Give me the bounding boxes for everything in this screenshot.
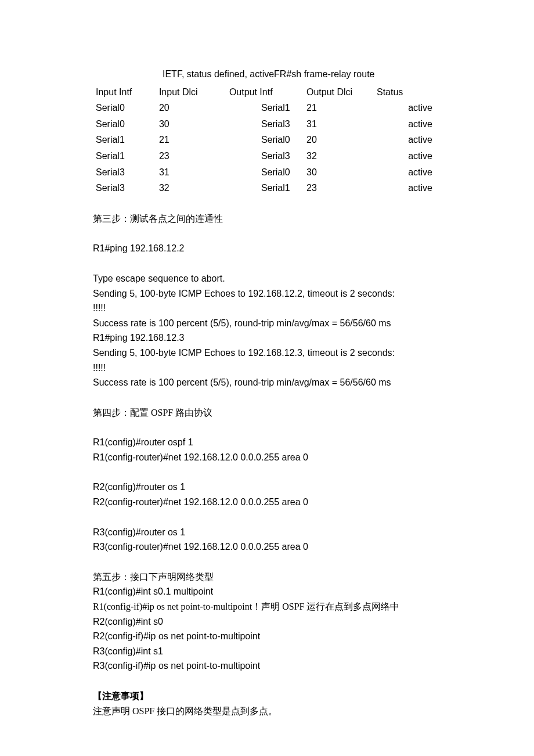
table-cell: 23	[304, 180, 374, 196]
table-row: Serial123Serial332active	[93, 148, 444, 164]
notes-title: 【注意事项】	[93, 689, 444, 704]
step5-l2: R1(config-if)#ip os net point-to-multipo…	[93, 599, 444, 614]
th-input-dlci: Input Dlci	[156, 84, 226, 100]
table-cell: 31	[156, 164, 226, 181]
table-cell: Serial1	[226, 180, 304, 196]
step3-cmd1: R1#ping 192.168.12.2	[93, 241, 444, 256]
step5-section: 第五步：接口下声明网络类型 R1(config)#int s0.1 multip…	[93, 570, 444, 674]
th-status: Status	[374, 84, 444, 100]
step4-section: 第四步：配置 OSPF 路由协议 R1(config)#router ospf …	[93, 405, 444, 555]
th-output-intf: Output Intf	[226, 84, 304, 100]
step4-title: 第四步：配置 OSPF 路由协议	[93, 405, 444, 420]
step5-l4: R2(config-if)#ip os net point-to-multipo…	[93, 629, 444, 644]
table-row: Serial121Serial020active	[93, 132, 444, 148]
table-cell: Serial0	[226, 132, 304, 148]
table-cell: Serial0	[93, 116, 156, 132]
step4-r1a: R1(config)#router ospf 1	[93, 435, 444, 450]
table-row: Serial020Serial121active	[93, 100, 444, 116]
step4-r1b: R1(config-router)#net 192.168.12.0 0.0.0…	[93, 450, 444, 465]
table-cell: 30	[156, 116, 226, 132]
table-cell: 20	[156, 100, 226, 116]
frame-relay-title: IETF, status defined, activeFR#sh frame-…	[163, 67, 444, 82]
step4-r3b: R3(config-router)#net 192.168.12.0 0.0.0…	[93, 539, 444, 555]
notes-body: 注意声明 OSPF 接口的网络类型是点到多点。	[93, 704, 444, 719]
step3-succ1: Success rate is 100 percent (5/5), round…	[93, 316, 444, 331]
step3-section: 第三步：测试各点之间的连通性 R1#ping 192.168.12.2 Type…	[93, 211, 444, 390]
table-cell: 20	[304, 132, 374, 148]
table-cell: active	[374, 148, 444, 164]
step4-r2a: R2(config)#router os 1	[93, 480, 444, 495]
page: IETF, status defined, activeFR#sh frame-…	[0, 0, 534, 756]
table-cell: 32	[156, 180, 226, 196]
table-cell: Serial0	[226, 164, 304, 181]
table-cell: active	[374, 100, 444, 116]
step5-title: 第五步：接口下声明网络类型	[93, 570, 444, 585]
table-cell: Serial3	[93, 164, 156, 181]
step3-title: 第三步：测试各点之间的连通性	[93, 211, 444, 226]
table-cell: 23	[156, 148, 226, 164]
table-cell: 21	[304, 100, 374, 116]
step3-bang1: !!!!!	[93, 301, 444, 316]
step5-l5: R3(config)#int s1	[93, 644, 444, 659]
table-cell: Serial0	[93, 100, 156, 116]
step5-l3: R2(config)#int s0	[93, 614, 444, 629]
table-cell: Serial3	[93, 180, 156, 196]
step5-l1: R1(config)#int s0.1 multipoint	[93, 584, 444, 599]
step3-send2: Sending 5, 100-byte ICMP Echoes to 192.1…	[93, 345, 444, 361]
th-input-intf: Input Intf	[93, 84, 156, 100]
table-cell: active	[374, 180, 444, 196]
table-cell: 32	[304, 148, 374, 164]
table-cell: Serial1	[226, 100, 304, 116]
table-header-row: Input Intf Input Dlci Output Intf Output…	[93, 84, 444, 100]
table-cell: active	[374, 116, 444, 132]
table-cell: Serial1	[93, 132, 156, 148]
table-cell: 30	[304, 164, 374, 181]
table-row: Serial030Serial331active	[93, 116, 444, 132]
step5-l6: R3(config-if)#ip os net point-to-multipo…	[93, 658, 444, 674]
table-cell: active	[374, 132, 444, 148]
table-row: Serial332Serial123active	[93, 180, 444, 196]
table-cell: 31	[304, 116, 374, 132]
step3-bang2: !!!!!	[93, 361, 444, 376]
step3-cmd2: R1#ping 192.168.12.3	[93, 330, 444, 345]
step3-succ2: Success rate is 100 percent (5/5), round…	[93, 375, 444, 390]
step4-r3a: R3(config)#router os 1	[93, 525, 444, 540]
frame-relay-table: Input Intf Input Dlci Output Intf Output…	[93, 84, 444, 196]
step4-r2b: R2(config-router)#net 192.168.12.0 0.0.0…	[93, 495, 444, 510]
table-cell: 21	[156, 132, 226, 148]
table-cell: Serial1	[93, 148, 156, 164]
step3-escape: Type escape sequence to abort.	[93, 271, 444, 286]
notes-section: 【注意事项】 注意声明 OSPF 接口的网络类型是点到多点。	[93, 689, 444, 718]
table-row: Serial331Serial030active	[93, 164, 444, 181]
table-cell: Serial3	[226, 148, 304, 164]
th-output-dlci: Output Dlci	[304, 84, 374, 100]
table-cell: Serial3	[226, 116, 304, 132]
table-cell: active	[374, 164, 444, 181]
step3-send1: Sending 5, 100-byte ICMP Echoes to 192.1…	[93, 286, 444, 301]
